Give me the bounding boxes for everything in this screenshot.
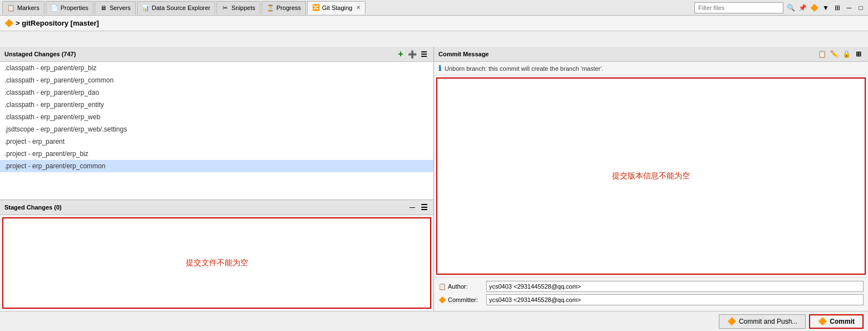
servers-icon: 🖥 (100, 4, 107, 12)
filter-input[interactable] (694, 2, 783, 13)
staged-empty-text: 提交文件不能为空 (186, 258, 248, 268)
tab-servers-label: Servers (110, 4, 131, 11)
commit-toolbar-btn4[interactable]: ⊞ (854, 49, 864, 59)
tab-datasource[interactable]: 📊 Data Source Explorer (137, 1, 215, 14)
staged-header: Staged Changes (0) ─ ☰ (0, 200, 433, 215)
author-section: 📋 Author: 🔶 Committer: (434, 277, 868, 311)
filter-icon4[interactable]: ▼ (821, 3, 831, 13)
list-item[interactable]: .classpath - erp_parent/erp_entity (0, 99, 433, 111)
author-input[interactable] (486, 281, 864, 292)
minimize-btn[interactable]: ─ (844, 3, 854, 13)
repo-icon: 🔶 (4, 19, 13, 27)
unstaged-title: Unstaged Changes (747) (4, 51, 76, 57)
author-label: 📋 Author: (438, 283, 483, 290)
list-item[interactable]: .classpath - erp_parent/erp_web (0, 111, 433, 123)
staged-toolbar: ─ ☰ (407, 202, 429, 212)
staged-title: Staged Changes (0) (4, 204, 62, 211)
list-item[interactable]: .project - erp_parent/erp_biz (0, 148, 433, 160)
tab-datasource-label: Data Source Explorer (152, 4, 210, 11)
list-item[interactable]: .project - erp_parent (0, 135, 433, 148)
commit-message-header: Commit Message 📋 ✏️ 🔒 ⊞ (434, 47, 868, 62)
commit-and-push-button[interactable]: 🔶 Commit and Push... (719, 314, 806, 329)
main-area: Unstaged Changes (747) + ➕ ☰ .classpath … (0, 47, 868, 311)
tab-progress[interactable]: ⏳ Progress (262, 1, 306, 14)
tab-properties-label: Properties (61, 4, 88, 11)
filter-icon1[interactable]: 🔍 (786, 3, 796, 13)
tab-properties[interactable]: 📄 Properties (46, 1, 93, 14)
staged-section: Staged Changes (0) ─ ☰ 提交文件不能为空 (0, 199, 433, 311)
commit-msg-box[interactable]: 提交版本信息不能为空 (436, 77, 866, 275)
progress-icon: ⏳ (267, 4, 274, 12)
tab-close-icon[interactable]: ✕ (356, 4, 361, 11)
list-item[interactable]: .classpath - erp_parent/erp_biz (0, 62, 433, 74)
repo-header: 🔶 > gitRepository [master] (0, 16, 868, 31)
tab-markers[interactable]: 📋 Markers (2, 1, 45, 14)
unstaged-header: Unstaged Changes (747) + ➕ ☰ (0, 47, 433, 62)
tab-gitstaging-label: Git Staging (322, 4, 352, 11)
list-item[interactable]: .classpath - erp_parent/erp_common (0, 74, 433, 86)
tab-markers-label: Markers (17, 4, 40, 11)
commit-button[interactable]: 🔶 Commit (809, 314, 864, 329)
file-list[interactable]: .classpath - erp_parent/erp_biz .classpa… (0, 62, 433, 199)
commit-and-push-label: Commit and Push... (739, 318, 797, 325)
left-panel: Unstaged Changes (747) + ➕ ☰ .classpath … (0, 47, 434, 311)
commit-message-title: Commit Message (438, 51, 489, 57)
tab-bar: 📋 Markers 📄 Properties 🖥 Servers 📊 Data … (0, 0, 868, 16)
list-item[interactable]: .classpath - erp_parent/erp_dao (0, 86, 433, 99)
right-panel: Commit Message 📋 ✏️ 🔒 ⊞ ℹ Unborn branch:… (434, 47, 868, 311)
unstaged-section: Unstaged Changes (747) + ➕ ☰ .classpath … (0, 47, 433, 199)
snippets-icon: ✂ (221, 4, 229, 12)
commit-label: Commit (830, 318, 855, 325)
maximize-btn[interactable]: □ (856, 3, 866, 13)
filter-toolbar: 🔍 📌 🔶 ▼ ⊞ ─ □ (786, 3, 866, 13)
list-item-selected[interactable]: .project - erp_parent/erp_common (0, 160, 433, 172)
commit-push-icon: 🔶 (727, 317, 736, 325)
commit-msg-empty-text: 提交版本信息不能为空 (612, 171, 690, 181)
list-item[interactable]: .jsdtscope - erp_parent/erp_web/.setting… (0, 123, 433, 135)
staged-empty-area: 提交文件不能为空 (2, 217, 431, 309)
staged-minus-btn[interactable]: ─ (407, 202, 417, 212)
author-row: 📋 Author: (438, 281, 864, 292)
commit-toolbar-btn3[interactable]: 🔒 (841, 49, 851, 59)
info-icon: ℹ (438, 64, 441, 72)
committer-label: 🔶 Committer: (438, 296, 483, 304)
commit-msg-toolbar: 📋 ✏️ 🔒 ⊞ (817, 49, 864, 59)
staged-menu-btn[interactable]: ☰ (419, 202, 429, 212)
commit-toolbar-btn2[interactable]: ✏️ (829, 49, 839, 59)
committer-icon: 🔶 (438, 296, 446, 304)
properties-icon: 📄 (51, 4, 58, 12)
author-icon: 📋 (438, 283, 446, 290)
gitstaging-icon: 🔀 (312, 4, 320, 12)
menu-btn[interactable]: ☰ (419, 49, 429, 59)
tab-snippets-label: Snippets (231, 4, 255, 11)
app-body: 📋 Markers 📄 Properties 🖥 Servers 📊 Data … (0, 0, 868, 331)
markers-icon: 📋 (7, 4, 15, 12)
commit-icon: 🔶 (818, 317, 827, 325)
filter-icon3[interactable]: 🔶 (809, 3, 819, 13)
filter-icon5[interactable]: ⊞ (832, 3, 842, 13)
repo-title: > gitRepository [master] (16, 19, 99, 27)
committer-input[interactable] (486, 294, 864, 305)
info-message-text: Unborn branch: this commit will create t… (445, 65, 603, 72)
add-selected-btn[interactable]: ➕ (407, 49, 417, 59)
datasource-icon: 📊 (142, 4, 150, 12)
unstaged-toolbar: + ➕ ☰ (396, 49, 429, 59)
bottom-bar: 🔶 Commit and Push... 🔶 Commit (0, 311, 868, 331)
commit-toolbar-btn1[interactable]: 📋 (817, 49, 827, 59)
tab-servers[interactable]: 🖥 Servers (95, 1, 136, 14)
tab-gitstaging[interactable]: 🔀 Git Staging ✕ (307, 1, 366, 14)
filter-icon2[interactable]: 📌 (797, 3, 807, 13)
committer-row: 🔶 Committer: (438, 294, 864, 305)
info-bar: ℹ Unborn branch: this commit will create… (434, 62, 868, 75)
filter-bar: 🔍 📌 🔶 ▼ ⊞ ─ □ (694, 2, 866, 13)
tab-progress-label: Progress (277, 4, 301, 11)
tab-snippets[interactable]: ✂ Snippets (216, 1, 260, 14)
add-all-btn[interactable]: + (396, 49, 406, 59)
commit-msg-area: 提交版本信息不能为空 (434, 75, 868, 277)
